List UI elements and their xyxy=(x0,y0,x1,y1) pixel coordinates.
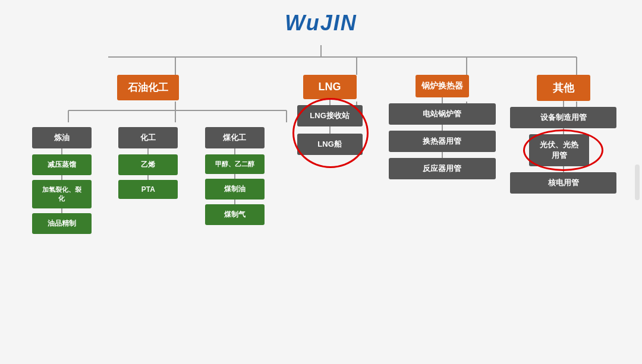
gray-lng-chuan: LNG船 xyxy=(297,134,363,155)
line xyxy=(234,148,235,154)
line xyxy=(329,99,331,105)
sub-col-group-shiyou: 炼油 减压蒸馏 加氢裂化、裂化 油品精制 化工 乙烯 PT xyxy=(18,127,278,234)
line xyxy=(442,125,443,131)
col-lng: LNG LNG接收站 LNG船 xyxy=(278,57,382,234)
line xyxy=(61,148,62,154)
green-jiachun: 甲醇、乙二醇 xyxy=(205,154,265,174)
green-meizhi-qi: 煤制气 xyxy=(205,204,265,225)
subcol-huagong: 化工 乙烯 PTA xyxy=(116,127,180,234)
green-pta: PTA xyxy=(118,180,178,199)
logo-part1b: u xyxy=(306,11,320,35)
subcol-lianyou: 炼油 减压蒸馏 加氢裂化、裂化 油品精制 xyxy=(29,127,94,234)
gray-lng-jieshouzhan: LNG接收站 xyxy=(297,105,363,126)
gray-shebei: 设备制造用管 xyxy=(510,107,616,128)
page-container: WuJIN xyxy=(0,0,642,364)
scrollbar-thumb[interactable] xyxy=(635,164,640,200)
chart-area: 石油化工 炼油 减压蒸馏 加氢裂化、裂化 油品精制 xyxy=(18,57,624,358)
gray-huanreqi: 换热器用管 xyxy=(389,131,495,152)
line xyxy=(563,101,564,107)
cat-guolu: 锅炉换热器 xyxy=(416,75,469,97)
line xyxy=(61,175,62,180)
line xyxy=(234,174,235,179)
green-jianyadistill: 减压蒸馏 xyxy=(32,154,92,175)
line xyxy=(234,200,235,204)
gray-fanyingqi: 反应器用管 xyxy=(389,158,495,179)
logo-part1: W xyxy=(285,11,306,35)
line xyxy=(563,128,564,134)
gray-lianyou: 炼油 xyxy=(32,127,92,148)
line xyxy=(147,175,149,180)
root-line xyxy=(320,45,322,57)
logo-part2a: J xyxy=(320,11,333,35)
cat-qita: 其他 xyxy=(537,75,590,101)
green-jiaqing: 加氢裂化、裂化 xyxy=(32,180,92,208)
gray-huagong: 化工 xyxy=(118,127,178,148)
gray-hedian: 核电用管 xyxy=(510,172,616,194)
guangfu-wrapper: 光伏、光热用管 xyxy=(529,134,597,166)
gray-dianzhan: 电站锅炉管 xyxy=(389,103,495,125)
cat-lng: LNG xyxy=(303,75,357,99)
lng-items: LNG接收站 LNG船 xyxy=(297,105,363,155)
col-qita: 其他 设备制造用管 光伏、光热用管 核电用管 xyxy=(503,57,624,234)
col-shiyouhuagong: 石油化工 炼油 减压蒸馏 加氢裂化、裂化 油品精制 xyxy=(18,57,278,234)
line xyxy=(442,152,443,158)
line xyxy=(61,208,62,213)
line xyxy=(563,166,564,172)
green-yixi: 乙烯 xyxy=(118,154,178,175)
cat-shiyouhuagong: 石油化工 xyxy=(117,75,179,100)
gray-guangfu: 光伏、光热用管 xyxy=(529,134,589,166)
subcol-meihuagong: 煤化工 甲醇、乙二醇 煤制油 煤制气 xyxy=(203,127,267,234)
line xyxy=(147,148,149,154)
green-meizhi-you: 煤制油 xyxy=(205,179,265,200)
logo: WuJIN xyxy=(285,11,357,36)
line xyxy=(442,97,443,103)
gray-meihuagong: 煤化工 xyxy=(205,127,265,148)
col-guolu: 锅炉换热器 电站锅炉管 换热器用管 反应器用管 xyxy=(382,57,503,234)
line xyxy=(329,126,331,134)
logo-part2b: IN xyxy=(333,11,357,35)
green-youpinjingzhi: 油品精制 xyxy=(32,213,92,234)
columns-row: 石油化工 炼油 减压蒸馏 加氢裂化、裂化 油品精制 xyxy=(18,57,624,234)
